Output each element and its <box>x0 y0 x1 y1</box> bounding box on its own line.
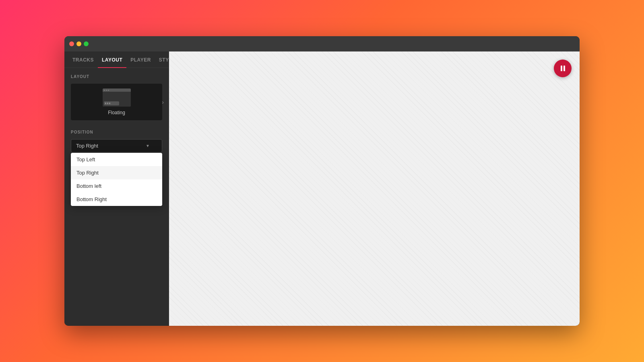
pause-bar-left <box>561 66 562 71</box>
position-dropdown-menu: Top Left Top Right Bottom left Bottom Ri… <box>71 153 162 206</box>
pause-bar-right <box>564 66 565 71</box>
traffic-lights <box>69 41 89 46</box>
app-window: TRACKS LAYOUT PLAYER STYLE LAYOUT <box>64 36 580 326</box>
preview-dot-2 <box>106 90 107 91</box>
tab-layout[interactable]: LAYOUT <box>98 51 126 68</box>
position-selected-value: Top Right <box>76 143 98 149</box>
minimize-button[interactable] <box>76 41 81 46</box>
close-button[interactable] <box>69 41 74 46</box>
sidebar: TRACKS LAYOUT PLAYER STYLE LAYOUT <box>64 51 169 326</box>
position-option-top-right[interactable]: Top Right <box>71 166 162 179</box>
preview-bar-2 <box>107 103 108 104</box>
select-arrow-icon: ▼ <box>146 144 150 148</box>
position-section: POSITION Top Right ▼ Top Left Top Right … <box>71 130 162 152</box>
titlebar <box>64 36 580 51</box>
layout-carousel: Floating › <box>71 84 162 120</box>
preview-dot-1 <box>104 90 105 91</box>
layout-preview: Floating <box>71 84 162 120</box>
tab-player[interactable]: PLAYER <box>126 51 155 68</box>
pause-button[interactable] <box>554 60 572 77</box>
tab-tracks[interactable]: TRACKS <box>68 51 98 68</box>
preview-dot-3 <box>108 90 109 91</box>
preview-bar-1 <box>105 103 106 104</box>
pause-icon <box>561 66 565 71</box>
position-option-top-left[interactable]: Top Left <box>71 153 162 166</box>
position-select-display[interactable]: Top Right ▼ <box>71 140 162 152</box>
tab-bar: TRACKS LAYOUT PLAYER STYLE <box>64 51 169 68</box>
position-select[interactable]: Top Right ▼ Top Left Top Right Bottom le… <box>71 139 162 152</box>
preview-mini-window <box>103 88 131 107</box>
preview-bar-3 <box>109 103 110 104</box>
main-content-area <box>169 51 580 326</box>
preview-mini-titlebar <box>103 88 131 92</box>
preview-mini-player <box>104 101 119 105</box>
maximize-button[interactable] <box>84 41 89 46</box>
position-option-bottom-left[interactable]: Bottom left <box>71 179 162 193</box>
preview-mini-content <box>103 92 131 107</box>
layout-section-label: LAYOUT <box>71 74 162 79</box>
sidebar-content: LAYOUT <box>64 68 169 326</box>
position-section-label: POSITION <box>71 130 162 134</box>
position-option-bottom-right[interactable]: Bottom Right <box>71 193 162 206</box>
carousel-next-arrow[interactable]: › <box>160 97 165 107</box>
layout-preview-label: Floating <box>108 110 125 115</box>
app-body: TRACKS LAYOUT PLAYER STYLE LAYOUT <box>64 51 580 326</box>
